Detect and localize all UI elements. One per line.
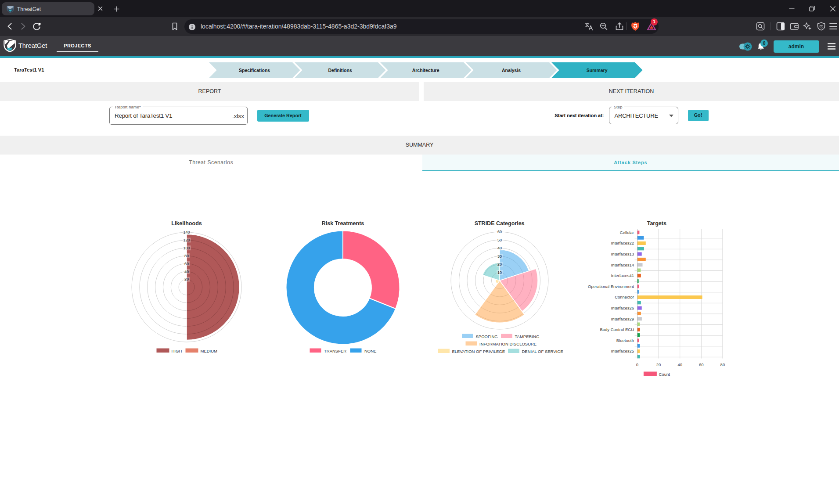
svg-text:Bluetooth: Bluetooth [616, 338, 634, 343]
svg-text:Interfaces13: Interfaces13 [611, 252, 634, 256]
svg-text:20: 20 [184, 277, 189, 281]
svg-text:Likelihoods: Likelihoods [171, 220, 202, 227]
svg-text:140: 140 [183, 230, 190, 234]
svg-text:DENIAL OF SERVICE: DENIAL OF SERVICE [522, 349, 563, 354]
svg-text:Interfaces41: Interfaces41 [611, 273, 634, 278]
svg-text:40: 40 [677, 362, 682, 367]
svg-text:Operational Environment: Operational Environment [588, 284, 634, 289]
svg-text:Cellular: Cellular [620, 230, 634, 235]
svg-text:10: 10 [497, 270, 502, 275]
svg-text:120: 120 [183, 238, 190, 242]
svg-text:INFORMATION DISCLOSURE: INFORMATION DISCLOSURE [479, 342, 537, 346]
svg-text:30: 30 [497, 254, 502, 259]
svg-text:HIGH: HIGH [172, 349, 182, 353]
svg-text:40: 40 [497, 246, 502, 250]
svg-text:60: 60 [699, 362, 704, 367]
svg-text:60: 60 [184, 262, 189, 266]
svg-text:100: 100 [183, 246, 190, 250]
svg-text:TRANSFER: TRANSFER [324, 349, 346, 353]
svg-text:Targets: Targets [647, 220, 666, 227]
svg-text:Interfaces14: Interfaces14 [611, 263, 634, 267]
svg-text:40: 40 [184, 270, 189, 274]
svg-text:NONE: NONE [364, 349, 376, 353]
svg-text:STRIDE Categories: STRIDE Categories [475, 220, 525, 227]
svg-text:Interfaces22: Interfaces22 [611, 241, 634, 245]
svg-text:60: 60 [497, 230, 502, 234]
svg-text:ELEVATION OF PRIVILEGE: ELEVATION OF PRIVILEGE [452, 349, 505, 354]
svg-text:Risk Treatments: Risk Treatments [322, 220, 364, 227]
svg-text:50: 50 [497, 238, 502, 242]
svg-text:Interfaces26: Interfaces26 [611, 306, 634, 310]
svg-text:Body Control ECU: Body Control ECU [600, 327, 634, 332]
svg-text:SPOOFING: SPOOFING [476, 334, 498, 339]
svg-text:20: 20 [497, 262, 502, 266]
svg-text:Count: Count [659, 372, 670, 377]
svg-text:80: 80 [184, 254, 189, 258]
svg-text:80: 80 [720, 362, 725, 367]
svg-text:Interfaces29: Interfaces29 [611, 317, 634, 321]
svg-text:20: 20 [656, 362, 661, 367]
svg-text:TAMPERING: TAMPERING [515, 334, 540, 339]
svg-text:Interfaces25: Interfaces25 [611, 349, 634, 353]
svg-text:MEDIUM: MEDIUM [201, 349, 218, 353]
svg-text:0: 0 [636, 362, 638, 367]
svg-text:Connector: Connector [615, 295, 634, 299]
